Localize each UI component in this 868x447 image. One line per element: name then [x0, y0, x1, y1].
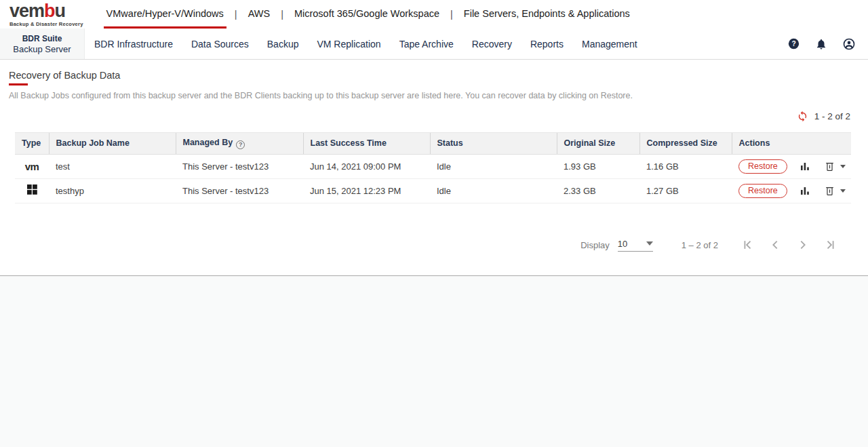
- pager-buttons: [741, 239, 837, 251]
- restore-button[interactable]: Restore: [738, 159, 787, 174]
- last-success-time-cell: Jun 15, 2021 12:23 PM: [303, 178, 430, 203]
- job-name-cell: testhyp: [49, 178, 176, 203]
- notifications-bell-icon[interactable]: [815, 38, 827, 50]
- compressed-size-cell: 1.27 GB: [639, 178, 732, 203]
- table-row: testhyp This Server - testv123 Jun 15, 2…: [15, 178, 851, 203]
- delete-trash-icon: [824, 161, 835, 172]
- display-label: Display: [580, 240, 610, 250]
- column-header-backup-job-name: Backup Job Name: [49, 133, 176, 155]
- compressed-size-cell: 1.16 GB: [639, 154, 732, 178]
- last-success-time-cell: Jun 14, 2021 09:00 PM: [303, 154, 430, 178]
- content-panel: Recovery of Backup Data All Backup Jobs …: [0, 60, 868, 276]
- tab-separator: |: [235, 9, 237, 20]
- pagination-bar: Display 10 1 – 2 of 2: [0, 239, 837, 252]
- list-toolbar: 1 - 2 of 2: [797, 111, 850, 122]
- tab-microsoft365-google-workspace[interactable]: Microsoft 365/Google Workspace: [292, 0, 442, 28]
- job-name-cell: test: [49, 154, 176, 178]
- page-range: 1 – 2 of 2: [682, 240, 718, 250]
- tab-vmware-hyperv-windows[interactable]: VMware/Hyper-V/Windows: [104, 0, 226, 28]
- svg-text:?: ?: [791, 40, 795, 47]
- server-name: Backup Server: [13, 44, 71, 54]
- vembu-logo[interactable]: vembu Backup & Disaster Recovery: [9, 0, 83, 28]
- delete-menu-button[interactable]: [824, 185, 846, 197]
- original-size-cell: 1.93 GB: [557, 154, 639, 178]
- vembu-logo-wordmark: vembu: [9, 1, 83, 22]
- job-type-cell: vm: [15, 154, 49, 178]
- column-header-type: Type: [15, 133, 49, 155]
- column-header-status: Status: [430, 133, 557, 155]
- restore-button[interactable]: Restore: [738, 184, 787, 198]
- actions-cell: Restore: [732, 154, 851, 178]
- actions-cell: Restore: [732, 178, 851, 203]
- menu-item-backup[interactable]: Backup: [267, 39, 299, 50]
- backup-jobs-table: Type Backup Job Name Managed By? Last Su…: [15, 132, 851, 203]
- app-window: vembu Backup & Disaster Recovery VMware/…: [0, 0, 868, 447]
- column-header-managed-by: Managed By?: [176, 133, 303, 155]
- column-header-last-success-time: Last Success Time: [303, 133, 430, 155]
- status-cell: Idle: [430, 154, 557, 178]
- bdr-suite-server-selector[interactable]: BDR Suite Backup Server: [0, 28, 85, 59]
- reports-chart-icon[interactable]: [800, 186, 810, 195]
- main-menu: BDR Infrastructure Data Sources Backup V…: [94, 28, 637, 59]
- caret-down-icon: [840, 165, 846, 168]
- previous-page-icon[interactable]: [769, 239, 781, 251]
- job-type-cell: [15, 178, 49, 203]
- first-page-icon[interactable]: [741, 239, 753, 251]
- title-underline: [9, 83, 28, 85]
- help-icon[interactable]: ?: [788, 38, 800, 50]
- page-title: Recovery of Backup Data: [0, 60, 868, 81]
- table-header-row: Type Backup Job Name Managed By? Last Su…: [15, 133, 851, 155]
- tab-separator: |: [281, 9, 283, 20]
- account-icon[interactable]: [843, 38, 855, 50]
- delete-menu-button[interactable]: [824, 161, 846, 172]
- delete-trash-icon: [824, 185, 835, 197]
- nav-icon-group: ?: [788, 28, 855, 59]
- vmware-icon: vm: [25, 161, 39, 172]
- edition-tabs: VMware/Hyper-V/Windows | AWS | Microsoft…: [104, 0, 633, 28]
- page-size-caret-icon: [646, 241, 653, 246]
- vembu-logo-tagline: Backup & Disaster Recovery: [9, 21, 83, 27]
- refresh-icon[interactable]: [797, 111, 808, 122]
- caret-down-icon: [840, 189, 846, 193]
- record-count: 1 - 2 of 2: [814, 111, 850, 121]
- sub-nav-bar: BDR Suite Backup Server BDR Infrastructu…: [0, 28, 868, 60]
- tab-aws[interactable]: AWS: [245, 0, 273, 28]
- page-size-value: 10: [618, 239, 627, 249]
- menu-item-management[interactable]: Management: [582, 39, 637, 50]
- tab-separator: |: [450, 9, 453, 20]
- table-row: vm test This Server - testv123 Jun 14, 2…: [15, 154, 851, 178]
- managed-by-cell: This Server - testv123: [176, 154, 303, 178]
- original-size-cell: 2.33 GB: [557, 178, 639, 203]
- menu-item-data-sources[interactable]: Data Sources: [191, 39, 249, 50]
- page-description: All Backup Jobs configured from this bac…: [9, 91, 868, 100]
- menu-item-vm-replication[interactable]: VM Replication: [317, 39, 380, 50]
- status-cell: Idle: [430, 178, 557, 203]
- reports-chart-icon[interactable]: [800, 161, 810, 171]
- windows-icon: [27, 187, 37, 197]
- suite-name: BDR Suite: [22, 34, 62, 43]
- menu-item-recovery[interactable]: Recovery: [472, 39, 512, 50]
- menu-item-bdr-infrastructure[interactable]: BDR Infrastructure: [94, 39, 173, 50]
- page-size-select[interactable]: 10: [618, 239, 653, 252]
- menu-item-reports[interactable]: Reports: [530, 39, 564, 50]
- last-page-icon[interactable]: [825, 239, 837, 251]
- column-header-actions: Actions: [732, 133, 851, 155]
- managed-by-help-icon[interactable]: ?: [236, 140, 245, 149]
- next-page-icon[interactable]: [797, 239, 809, 251]
- column-header-compressed-size: Compressed Size: [639, 133, 732, 155]
- tab-file-servers-endpoints-applications[interactable]: File Servers, Endpoints & Applications: [461, 0, 633, 28]
- column-header-original-size: Original Size: [557, 133, 639, 155]
- menu-item-tape-archive[interactable]: Tape Archive: [399, 39, 454, 50]
- managed-by-cell: This Server - testv123: [176, 178, 303, 203]
- top-bar: vembu Backup & Disaster Recovery VMware/…: [0, 0, 868, 28]
